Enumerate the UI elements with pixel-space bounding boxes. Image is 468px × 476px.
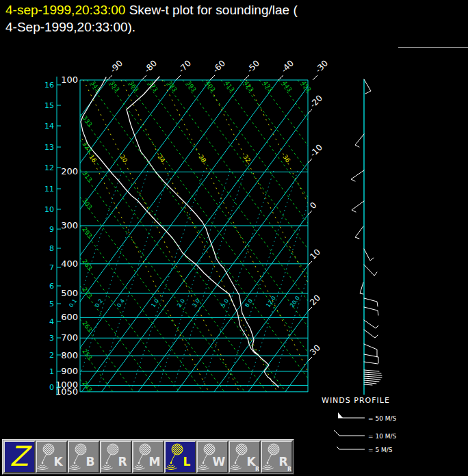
temperature-trace <box>127 77 278 387</box>
moist-adiabat-line <box>246 80 404 395</box>
toolbar-button-k-r[interactable]: KR <box>229 440 261 473</box>
wind-barb <box>364 330 378 338</box>
toolbar-button-zebra-logo[interactable]: Z <box>3 440 36 473</box>
balloon-string <box>107 454 111 462</box>
wind-barb <box>355 134 364 147</box>
pressure-label: 800 <box>61 350 78 360</box>
height-label: 11 <box>44 185 54 194</box>
zebra-logo-icon: Z <box>5 442 34 472</box>
wind-barb <box>364 378 380 380</box>
balloon-icon <box>140 444 151 455</box>
balloon-knot <box>42 462 44 464</box>
dry-adiabat-label: 433 <box>261 79 274 93</box>
legend-barb-icon <box>334 430 339 436</box>
dry-adiabat-label: 243 <box>81 380 93 393</box>
balloon-string <box>139 454 143 462</box>
moist-adiabat-label: 28 <box>197 153 207 163</box>
pressure-label: 600 <box>61 312 78 322</box>
toolbar-button-w[interactable]: W <box>196 440 229 473</box>
pressure-label: 900 <box>61 366 78 376</box>
dry-adiabat-label: 303 <box>81 197 93 211</box>
isotherm-tick <box>176 75 181 80</box>
isotherm-tick <box>278 75 283 80</box>
winds-legend-label: = 5 M/S <box>368 447 393 453</box>
wind-barb <box>351 170 364 181</box>
toolbar-button-m[interactable]: M <box>132 440 164 473</box>
radiosonde-balloon-icon: L <box>166 442 195 472</box>
pressure-label: 200 <box>61 166 78 176</box>
pressure-label: 400 <box>61 259 78 269</box>
wind-barb <box>364 372 381 373</box>
sound-wave-arc <box>201 465 206 466</box>
sound-wave-arc <box>231 466 239 468</box>
balloon-knot <box>74 462 76 464</box>
wind-barb <box>360 282 363 294</box>
balloon-knot <box>138 462 140 464</box>
height-label: 12 <box>44 163 54 172</box>
skewt-plot: 1002003004005006007008009001000105001234… <box>0 0 468 476</box>
isotherm-tick <box>308 261 312 265</box>
mixing-ratio-label: 5.0 <box>220 298 230 309</box>
station-letter: R <box>118 455 127 468</box>
isotherm-right-label: 20 <box>308 293 322 307</box>
balloon-icon <box>75 444 86 455</box>
sound-wave-arc <box>263 466 272 468</box>
height-label: 16 <box>44 81 54 90</box>
isotherm-line <box>25 80 313 468</box>
toolbar-button-r[interactable]: R <box>100 440 132 473</box>
sound-wave-arc <box>38 466 47 468</box>
height-label: 9 <box>49 225 54 234</box>
sound-wave-arc <box>70 466 79 468</box>
isotherm-top-label: -90 <box>108 58 125 75</box>
wind-barb <box>364 79 371 94</box>
balloon-string <box>171 454 175 462</box>
station-letter: R <box>278 455 287 468</box>
balloon-string <box>42 454 47 462</box>
isotherm-top-label: -50 <box>245 58 261 75</box>
wind-barb <box>364 384 372 385</box>
mixing-ratio-line <box>158 171 230 388</box>
pressure-label: 500 <box>61 288 78 298</box>
wind-barb <box>364 307 378 315</box>
dry-adiabat-line <box>221 80 468 468</box>
balloon-string <box>203 454 207 462</box>
mixing-ratio-label: 0.2 <box>94 298 104 309</box>
isotherm-top-label: -80 <box>142 58 159 75</box>
balloon-knot <box>267 462 269 464</box>
moist-adiabat-label: 24 <box>156 153 166 163</box>
wind-barb <box>364 320 378 328</box>
pressure-label: 700 <box>61 332 78 343</box>
wind-barb <box>364 362 378 364</box>
station-letter: L <box>183 455 191 468</box>
isotherm-line <box>0 80 244 468</box>
dry-adiabat-label: 423 <box>242 79 255 93</box>
wind-barb <box>364 344 377 357</box>
mixing-ratio-line <box>132 171 204 388</box>
radiosonde-balloon-icon: KR <box>230 442 259 472</box>
app-window: 4-sep-1999,20:33:00 Skew-t plot for soun… <box>0 0 468 476</box>
height-label: 0 <box>49 383 54 392</box>
dry-adiabat-label: 413 <box>223 79 235 93</box>
height-label: 14 <box>44 122 54 131</box>
station-letter: K <box>53 455 63 468</box>
sound-wave-arc <box>265 465 270 466</box>
height-label: 7 <box>49 263 54 272</box>
sound-wave-arc <box>103 466 111 468</box>
logo-letter: Z <box>10 442 32 472</box>
toolbar-button-b[interactable]: B <box>68 440 100 473</box>
dry-adiabat-line <box>298 80 468 468</box>
height-label: 8 <box>49 244 54 253</box>
balloon-knot <box>170 462 172 464</box>
station-letter: M <box>149 455 161 468</box>
mixing-ratio-label: 20.0 <box>289 295 301 308</box>
height-label: 15 <box>44 101 54 110</box>
isotherm-line <box>21 215 308 476</box>
balloon-knot <box>106 462 108 464</box>
station-letter-subscript: R <box>255 466 259 472</box>
toolbar-button-k[interactable]: K <box>36 440 68 473</box>
mixing-ratio-label: 3.0 <box>191 298 201 309</box>
toolbar-button-r-r[interactable]: RR <box>261 440 293 473</box>
isotherm-top-label: -30 <box>313 58 330 75</box>
toolbar-button-l[interactable]: L <box>164 440 196 473</box>
balloon-icon <box>268 444 279 455</box>
